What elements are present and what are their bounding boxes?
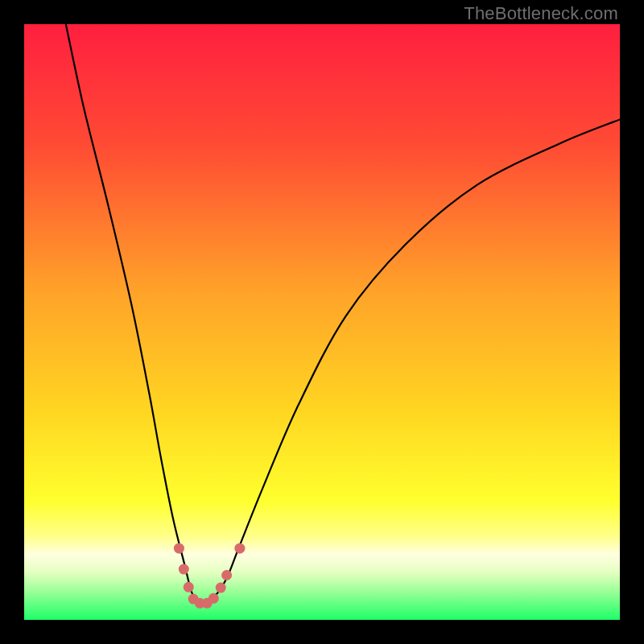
watermark-text: TheBottleneck.com xyxy=(464,3,618,24)
plot-area xyxy=(24,24,620,620)
bottleneck-curve xyxy=(66,24,620,603)
marker-point xyxy=(179,564,189,575)
marker-point xyxy=(184,582,194,592)
chart-frame: TheBottleneck.com xyxy=(0,0,644,644)
marker-point xyxy=(234,543,245,554)
marker-point xyxy=(174,543,184,554)
marker-point xyxy=(221,570,232,580)
marker-point xyxy=(208,593,219,604)
marker-point xyxy=(216,583,226,593)
highlight-markers xyxy=(174,543,245,609)
curve-layer xyxy=(24,24,620,620)
